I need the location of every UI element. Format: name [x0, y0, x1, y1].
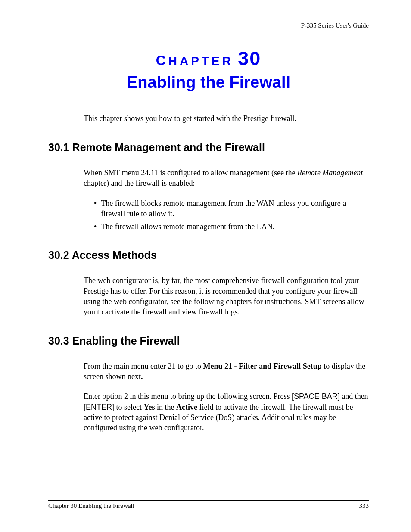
chapter-title: Enabling the Firewall: [48, 73, 369, 92]
text-italic: Remote Management: [297, 168, 363, 177]
text-sans: [ENTER]: [84, 403, 114, 411]
text-bold: Menu 21 - Filter and Firewall Setup: [203, 362, 321, 370]
bullet-list: •The firewall blocks remote management f…: [94, 198, 369, 232]
chapter-label-prefix: C: [156, 53, 168, 68]
list-item: •The firewall allows remote management f…: [94, 221, 369, 232]
text-span: to select: [114, 403, 143, 411]
header-guide-text: P-335 Series User's Guide: [48, 22, 369, 29]
chapter-label: CHAPTER 30: [48, 47, 369, 70]
text-span: Enter option 2 in this menu to bring up …: [84, 392, 292, 401]
bullet-text: The firewall allows remote management fr…: [101, 221, 274, 232]
text-bold: .: [141, 372, 143, 381]
text-bold: Yes: [144, 403, 155, 411]
text-span: From the main menu enter 21 to go to: [84, 362, 203, 370]
text-span: in the: [155, 403, 177, 411]
text-span: and then: [340, 392, 368, 401]
section-30-3-para-1: From the main menu enter 21 to go to Men…: [84, 361, 369, 382]
chapter-number: 30: [238, 47, 261, 69]
section-30-2-para: The web configurator is, by far, the mos…: [84, 275, 369, 317]
list-item: •The firewall blocks remote management f…: [94, 198, 369, 219]
chapter-intro: This chapter shows you how to get starte…: [84, 114, 369, 123]
section-heading-30-2: 30.2 Access Methods: [48, 249, 369, 261]
bullet-text: The firewall blocks remote management fr…: [101, 198, 369, 219]
section-30-1-para: When SMT menu 24.11 is configured to all…: [84, 168, 369, 189]
section-heading-30-3: 30.3 Enabling the Firewall: [48, 335, 369, 347]
text-span: chapter) and the firewall is enabled:: [84, 179, 195, 187]
text-bold: Active: [176, 403, 197, 411]
footer-left: Chapter 30 Enabling the Firewall: [48, 502, 134, 510]
text-sans: [SPACE BAR]: [292, 392, 340, 401]
header-rule: P-335 Series User's Guide: [48, 22, 369, 31]
section-heading-30-1: 30.1 Remote Management and the Firewall: [48, 141, 369, 154]
footer-page-number: 333: [359, 502, 369, 510]
section-30-3-para-2: Enter option 2 in this menu to bring up …: [84, 391, 369, 433]
bullet-dot: •: [94, 198, 97, 219]
chapter-label-rest: HAPTER: [168, 54, 234, 68]
bullet-dot: •: [94, 221, 97, 232]
page-footer: Chapter 30 Enabling the Firewall 333: [48, 500, 369, 510]
text-span: When SMT menu 24.11 is configured to all…: [84, 168, 297, 177]
